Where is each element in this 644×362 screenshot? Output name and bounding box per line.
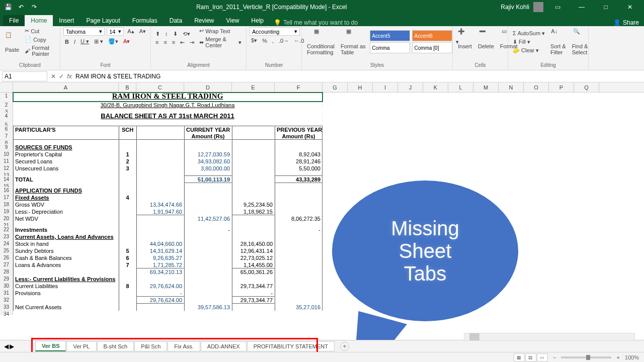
sheet-tab[interactable]: Ver BS	[35, 341, 66, 351]
col-header[interactable]: B	[119, 82, 136, 92]
row-header[interactable]: 11	[0, 158, 13, 165]
row-header[interactable]: 17	[0, 194, 13, 201]
indent-inc-icon[interactable]: ⇥	[188, 39, 196, 46]
cell[interactable]: Amount (Rs)	[275, 133, 323, 140]
wrap-text-button[interactable]: ↩Wrap Text	[198, 27, 243, 35]
row-header[interactable]: 4	[0, 113, 13, 122]
row-header[interactable]: 32	[0, 297, 13, 304]
cell[interactable]: CURRENT YEAR	[184, 126, 232, 133]
sheet-tab[interactable]: B-sht Sch	[97, 341, 134, 351]
user-name[interactable]: Rajiv Kohli	[501, 4, 529, 11]
tab-home[interactable]: Home	[25, 15, 53, 26]
col-header[interactable]: H	[348, 82, 373, 92]
ribbon-options-icon[interactable]: ▭	[547, 0, 568, 14]
paste-button[interactable]: 📋Paste	[3, 31, 21, 54]
number-format-combo[interactable]: Accounting▾	[250, 27, 300, 36]
row-header[interactable]: 7	[0, 133, 13, 140]
insert-cells-button[interactable]: ➕Insert	[456, 27, 474, 50]
fill-color-button[interactable]: 🪣▾	[107, 38, 120, 45]
fill-button[interactable]: ⬇Fill ▾	[511, 38, 546, 46]
align-center-icon[interactable]: ≡	[162, 39, 168, 46]
view-page-layout-icon[interactable]: ▤	[525, 353, 536, 361]
sheet-tab[interactable]: ADD-ANNEX	[201, 341, 247, 351]
cell[interactable]: BALANCE SHEET AS AT 31st MARCH 2011	[13, 113, 323, 122]
col-header[interactable]: E	[232, 82, 275, 92]
style-comma[interactable]: Comma	[370, 42, 410, 53]
tell-me[interactable]: 💡Tell me what you want to do	[274, 19, 358, 26]
autosum-button[interactable]: ΣAutoSum ▾	[511, 30, 546, 37]
row-header[interactable]: 23	[0, 233, 13, 240]
col-header[interactable]: G	[323, 82, 348, 92]
align-middle-icon[interactable]: ↕	[164, 30, 170, 37]
tab-insert[interactable]: Insert	[53, 15, 80, 26]
redo-icon[interactable]: ↷	[29, 2, 39, 12]
sheet-tab[interactable]: PROFITABILITY STATEMENT	[247, 341, 335, 351]
row-header[interactable]: 5	[0, 122, 13, 126]
sheet-tab[interactable]: Fix Ass.	[168, 341, 200, 351]
style-accent6[interactable]: Accent6	[412, 30, 452, 41]
italic-button[interactable]: I	[72, 38, 77, 45]
font-size-combo[interactable]: 14▾	[107, 27, 124, 36]
cell[interactable]: SOURCES OF FUNDS	[13, 144, 119, 151]
border-button[interactable]: ⊞ ▾	[93, 38, 105, 45]
cell[interactable]: Amount (Rs)	[184, 133, 232, 140]
row-header[interactable]: 33	[0, 304, 13, 311]
zoom-in-icon[interactable]: +	[616, 354, 619, 360]
cancel-fx-icon[interactable]: ✕	[49, 73, 57, 80]
row-header[interactable]: 8	[0, 140, 13, 144]
col-header[interactable]: P	[549, 82, 574, 92]
format-painter-button[interactable]: 🖌Format Painter	[23, 44, 57, 57]
percent-icon[interactable]: %	[261, 37, 269, 44]
row-header[interactable]: 30	[0, 283, 13, 290]
row-header[interactable]: 22	[0, 226, 13, 233]
cell[interactable]: SCH	[119, 126, 136, 133]
row-header[interactable]: 34	[0, 311, 13, 315]
row-header[interactable]: 12	[0, 165, 13, 172]
sheet-nav-next-icon[interactable]: ▶	[10, 343, 14, 350]
align-left-icon[interactable]: ≡	[154, 39, 160, 46]
col-header[interactable]: J	[398, 82, 423, 92]
clear-button[interactable]: 🧽Clear ▾	[511, 47, 546, 54]
cell[interactable]: PARTICULAR'S	[13, 126, 119, 133]
select-all-corner[interactable]	[0, 82, 13, 92]
align-top-icon[interactable]: ⬆	[154, 30, 162, 38]
copy-button[interactable]: 📄Copy	[23, 36, 57, 43]
indent-dec-icon[interactable]: ⇤	[179, 39, 186, 46]
zoom-out-icon[interactable]: −	[553, 354, 556, 360]
close-icon[interactable]: ✕	[620, 0, 640, 14]
save-icon[interactable]: 💾	[3, 2, 13, 12]
horizontal-scrollbar[interactable]	[464, 333, 635, 341]
conditional-formatting-button[interactable]: ▦Conditional Formatting	[305, 27, 337, 56]
inc-decimal-icon[interactable]: .0→	[277, 37, 290, 44]
row-header[interactable]: 2	[0, 102, 13, 109]
row-header[interactable]: 27	[0, 261, 13, 268]
col-header[interactable]: O	[524, 82, 549, 92]
fx-icon[interactable]: fx	[65, 73, 73, 80]
cell[interactable]: 30/28-B, Gurugobind Singh Nagar,G.T. Roa…	[13, 102, 323, 109]
row-header[interactable]: 15	[0, 183, 13, 187]
col-header[interactable]: K	[423, 82, 448, 92]
font-color-button[interactable]: A▾	[122, 38, 131, 45]
row-header[interactable]: 10	[0, 151, 13, 158]
style-comma0[interactable]: Comma [0]	[412, 42, 452, 53]
undo-icon[interactable]: ↶	[16, 2, 26, 12]
row-header[interactable]: 14	[0, 176, 13, 183]
sheet-tab[interactable]: P&l Sch	[134, 341, 167, 351]
cell[interactable]: PREVIOUS YEAR	[275, 126, 323, 133]
align-right-icon[interactable]: ≡	[171, 39, 177, 46]
col-header[interactable]: I	[373, 82, 398, 92]
enter-fx-icon[interactable]: ✓	[57, 73, 65, 80]
row-header[interactable]: 13	[0, 172, 13, 176]
row-header[interactable]: 9	[0, 144, 13, 151]
view-page-break-icon[interactable]: ▭	[537, 353, 548, 361]
row-header[interactable]: 16	[0, 187, 13, 194]
currency-icon[interactable]: $▾	[250, 37, 259, 44]
tab-file[interactable]: File	[3, 15, 25, 26]
row-header[interactable]: 21	[0, 222, 13, 226]
shrink-font-icon[interactable]: A▾	[138, 28, 147, 35]
sort-filter-button[interactable]: A↓Sort & Filter	[548, 27, 568, 56]
delete-cells-button[interactable]: ➖Delete	[476, 27, 496, 50]
maximize-icon[interactable]: □	[596, 0, 616, 14]
row-header[interactable]: 24	[0, 240, 13, 247]
row-header[interactable]: 6	[0, 126, 13, 133]
